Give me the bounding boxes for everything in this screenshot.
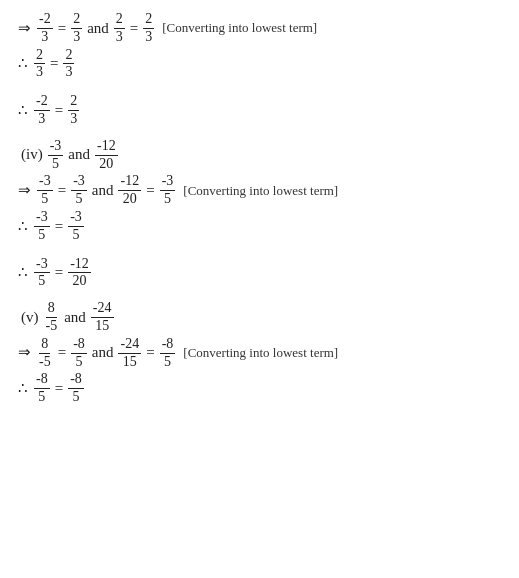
math-row: ⇒ -35 = -35 and -1220 = -35[Converting i… <box>18 173 501 208</box>
fraction: 8-5 <box>37 336 53 371</box>
math-text: (iv) <box>21 142 43 168</box>
fraction: -1220 <box>68 256 91 291</box>
math-row: ⇒ -23 = 23 and 23 = 23[Converting into l… <box>18 11 501 46</box>
implies-symbol: ⇒ <box>18 16 31 42</box>
fraction: -85 <box>68 371 84 406</box>
math-text: and <box>64 305 86 331</box>
math-row: (v) 8-5 and -2415 <box>18 300 501 335</box>
fraction: 23 <box>63 47 74 82</box>
math-text: and <box>92 178 114 204</box>
fraction: -35 <box>34 256 50 291</box>
math-row: ∴ -35 = -35 <box>18 209 501 244</box>
math-text: = <box>55 98 63 124</box>
math-text: = <box>55 260 63 286</box>
fraction: 23 <box>143 11 154 46</box>
therefore-symbol: ∴ <box>18 98 28 124</box>
fraction: 8-5 <box>44 300 60 335</box>
fraction: -23 <box>37 11 53 46</box>
therefore-symbol: ∴ <box>18 214 28 240</box>
fraction: -2415 <box>91 300 114 335</box>
math-content: ⇒ -23 = 23 and 23 = 23[Converting into l… <box>18 11 501 406</box>
fraction: 23 <box>34 47 45 82</box>
math-text: = <box>50 51 58 77</box>
math-text: = <box>58 340 66 366</box>
fraction: -35 <box>68 209 84 244</box>
bracket-note: [Converting into lowest term] <box>183 180 338 202</box>
math-text: and <box>87 16 109 42</box>
math-text: and <box>68 142 90 168</box>
math-text: = <box>130 16 138 42</box>
fraction: -85 <box>160 336 176 371</box>
math-row: ∴ 23 = 23 <box>18 47 501 82</box>
math-text: = <box>58 16 66 42</box>
fraction: -35 <box>34 209 50 244</box>
fraction: -35 <box>71 173 87 208</box>
math-row: ∴ -85 = -85 <box>18 371 501 406</box>
fraction: -1220 <box>95 138 118 173</box>
fraction: -35 <box>160 173 176 208</box>
math-row: (iv) -35 and -1220 <box>18 138 501 173</box>
math-text: = <box>146 340 154 366</box>
math-row: ∴ -23 = 23 <box>18 93 501 128</box>
fraction: 23 <box>68 93 79 128</box>
bracket-note: [Converting into lowest term] <box>162 17 317 39</box>
therefore-symbol: ∴ <box>18 51 28 77</box>
fraction: -35 <box>37 173 53 208</box>
fraction: -1220 <box>118 173 141 208</box>
fraction: -85 <box>34 371 50 406</box>
math-text: = <box>55 214 63 240</box>
implies-symbol: ⇒ <box>18 178 31 204</box>
fraction: 23 <box>114 11 125 46</box>
fraction: -85 <box>71 336 87 371</box>
fraction: -2415 <box>118 336 141 371</box>
fraction: -35 <box>48 138 64 173</box>
math-text: and <box>92 340 114 366</box>
math-text: = <box>146 178 154 204</box>
fraction: 23 <box>71 11 82 46</box>
math-row: ⇒ 8-5 = -85 and -2415 = -85[Converting i… <box>18 336 501 371</box>
fraction: -23 <box>34 93 50 128</box>
therefore-symbol: ∴ <box>18 376 28 402</box>
math-text: = <box>58 178 66 204</box>
therefore-symbol: ∴ <box>18 260 28 286</box>
implies-symbol: ⇒ <box>18 340 31 366</box>
math-text: (v) <box>21 305 39 331</box>
math-row: ∴ -35 = -1220 <box>18 256 501 291</box>
bracket-note: [Converting into lowest term] <box>183 342 338 364</box>
math-text: = <box>55 376 63 402</box>
